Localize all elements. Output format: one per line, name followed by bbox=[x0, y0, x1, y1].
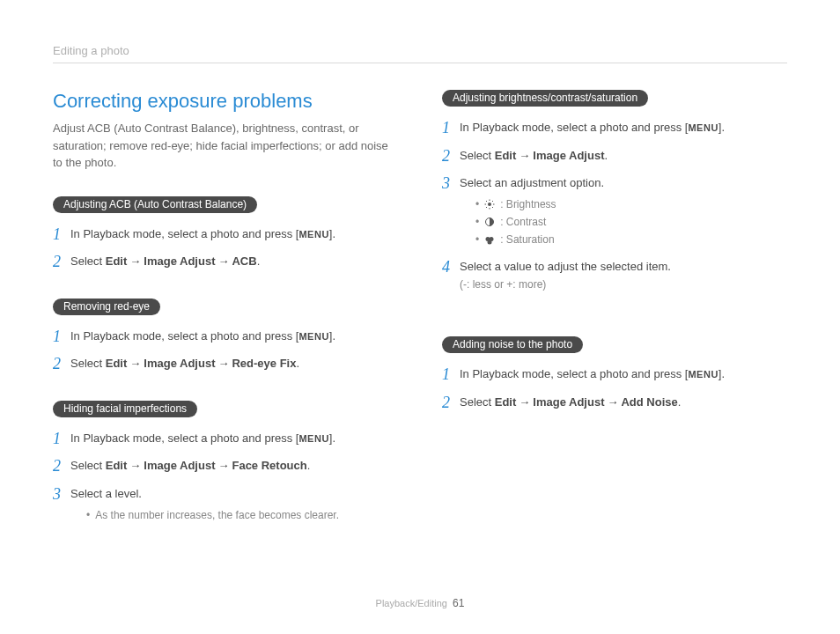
text: . bbox=[604, 149, 608, 162]
text: Image Adjust bbox=[144, 254, 215, 268]
text: Select a level. bbox=[70, 487, 142, 500]
contrast-icon bbox=[484, 217, 495, 227]
step-number: 2 bbox=[53, 253, 70, 272]
text: Edit bbox=[495, 395, 517, 409]
step-body: In Playback mode, select a photo and pre… bbox=[460, 119, 787, 136]
step-number: 2 bbox=[442, 394, 460, 413]
text: Image Adjust bbox=[144, 357, 215, 370]
step: 3 Select a level. As the number increase… bbox=[53, 485, 398, 524]
steps-noise: 1 In Playback mode, select a photo and p… bbox=[442, 365, 787, 412]
brightness-icon bbox=[484, 199, 495, 210]
step-body: In Playback mode, select a photo and pre… bbox=[70, 225, 398, 243]
text: Select bbox=[70, 459, 106, 472]
footer-section: Playback/Editing bbox=[376, 598, 447, 608]
step: 2 Select Edit→Image Adjust→Add Noise. bbox=[442, 394, 787, 413]
step-number: 4 bbox=[442, 258, 460, 277]
text: Select bbox=[460, 149, 495, 162]
arrow-icon: → bbox=[516, 149, 533, 162]
text: Edit bbox=[106, 254, 128, 268]
step-number: 1 bbox=[53, 430, 70, 449]
step: 2 Select Edit→Image Adjust→Face Retouch. bbox=[53, 457, 398, 476]
step-body: Select an adjustment option. • : Brightn… bbox=[460, 174, 787, 249]
arrow-icon: → bbox=[127, 357, 144, 370]
text: Edit bbox=[106, 459, 128, 472]
text: Image Adjust bbox=[533, 149, 604, 162]
arrow-icon: → bbox=[215, 459, 232, 472]
step-body: Select Edit→Image Adjust→Face Retouch. bbox=[70, 457, 398, 475]
step: 1 In Playback mode, select a photo and p… bbox=[53, 225, 398, 245]
option-contrast: • : Contrast bbox=[475, 213, 787, 231]
step-body: In Playback mode, select a photo and pre… bbox=[70, 328, 398, 345]
text: . bbox=[307, 459, 311, 472]
page-number: 61 bbox=[453, 597, 464, 609]
step: 1 In Playback mode, select a photo and p… bbox=[442, 119, 787, 138]
step: 4 Select a value to adjust the selected … bbox=[442, 258, 787, 293]
text: Image Adjust bbox=[144, 459, 215, 472]
step-number: 1 bbox=[53, 328, 70, 347]
step-number: 1 bbox=[53, 225, 70, 245]
pill-acb: Adjusting ACB (Auto Contrast Balance) bbox=[53, 196, 257, 213]
option-label: : Saturation bbox=[500, 231, 554, 248]
pill-redeye: Removing red-eye bbox=[53, 299, 160, 315]
text: Image Adjust bbox=[533, 395, 604, 409]
svg-line-5 bbox=[486, 201, 487, 202]
step-body: Select a level. As the number increases,… bbox=[70, 485, 398, 524]
arrow-icon: → bbox=[516, 395, 533, 409]
step-number: 2 bbox=[53, 355, 70, 374]
option-label: : Brightness bbox=[500, 195, 556, 213]
text: ]. bbox=[329, 431, 335, 445]
text: Select bbox=[460, 395, 495, 409]
text: . bbox=[257, 254, 261, 268]
text: Edit bbox=[106, 357, 128, 370]
step-body: Select a value to adjust the selected it… bbox=[460, 258, 787, 293]
steps-acb: 1 In Playback mode, select a photo and p… bbox=[53, 225, 398, 272]
text: Add Noise bbox=[621, 395, 677, 409]
text: Select a value to adjust the selected it… bbox=[460, 260, 671, 273]
text: ]. bbox=[329, 329, 335, 343]
steps-face: 1 In Playback mode, select a photo and p… bbox=[53, 430, 398, 524]
intro-text: Adjust ACB (Auto Contrast Balance), brig… bbox=[53, 120, 398, 172]
option-brightness: • : Brightness bbox=[475, 195, 787, 213]
text: In Playback mode, select a photo and pre… bbox=[70, 431, 298, 445]
pill-bcs: Adjusting brightness/contrast/saturation bbox=[442, 90, 648, 107]
svg-line-8 bbox=[492, 201, 493, 202]
left-column: Correcting exposure problems Adjust ACB … bbox=[53, 90, 398, 550]
text: Select bbox=[70, 357, 106, 370]
arrow-icon: → bbox=[127, 459, 144, 472]
text: In Playback mode, select a photo and pre… bbox=[70, 329, 298, 343]
breadcrumb: Editing a photo bbox=[53, 44, 787, 57]
content-columns: Correcting exposure problems Adjust ACB … bbox=[53, 90, 787, 550]
step: 1 In Playback mode, select a photo and p… bbox=[53, 430, 398, 449]
menu-icon: MENU bbox=[688, 122, 718, 133]
step: 2 Select Edit→Image Adjust→ACB. bbox=[53, 253, 398, 272]
svg-point-12 bbox=[488, 240, 492, 244]
text: . bbox=[296, 357, 299, 370]
step-number: 2 bbox=[442, 147, 460, 166]
text: ]. bbox=[718, 367, 725, 380]
text: Edit bbox=[495, 149, 517, 162]
svg-point-0 bbox=[488, 203, 491, 206]
saturation-icon bbox=[484, 235, 495, 246]
step-body: Select Edit→Image Adjust→ACB. bbox=[70, 253, 398, 270]
text: Face Retouch bbox=[232, 459, 306, 472]
note-text: As the number increases, the face become… bbox=[86, 509, 339, 521]
step-number: 1 bbox=[442, 119, 460, 138]
page-footer: Playback/Editing 61 bbox=[0, 597, 840, 609]
step-body: In Playback mode, select a photo and pre… bbox=[460, 365, 787, 383]
menu-icon: MENU bbox=[298, 331, 328, 342]
step-body: Select Edit→Image Adjust. bbox=[460, 147, 787, 165]
pill-noise: Adding noise to the photo bbox=[442, 336, 583, 353]
option-saturation: • : Saturation bbox=[475, 231, 787, 248]
pill-face: Hiding facial imperfections bbox=[53, 401, 197, 417]
step-note: As the number increases, the face become… bbox=[86, 506, 398, 524]
text: In Playback mode, select a photo and pre… bbox=[460, 367, 688, 380]
section-heading: Correcting exposure problems bbox=[53, 90, 398, 113]
step: 2 Select Edit→Image Adjust→Red-eye Fix. bbox=[53, 355, 398, 374]
step-number: 3 bbox=[53, 485, 70, 505]
divider bbox=[53, 63, 787, 63]
steps-redeye: 1 In Playback mode, select a photo and p… bbox=[53, 328, 398, 374]
step-body: Select Edit→Image Adjust→Add Noise. bbox=[460, 394, 787, 411]
text: ]. bbox=[718, 121, 725, 134]
step: 1 In Playback mode, select a photo and p… bbox=[442, 365, 787, 385]
text: Select an adjustment option. bbox=[460, 176, 604, 189]
